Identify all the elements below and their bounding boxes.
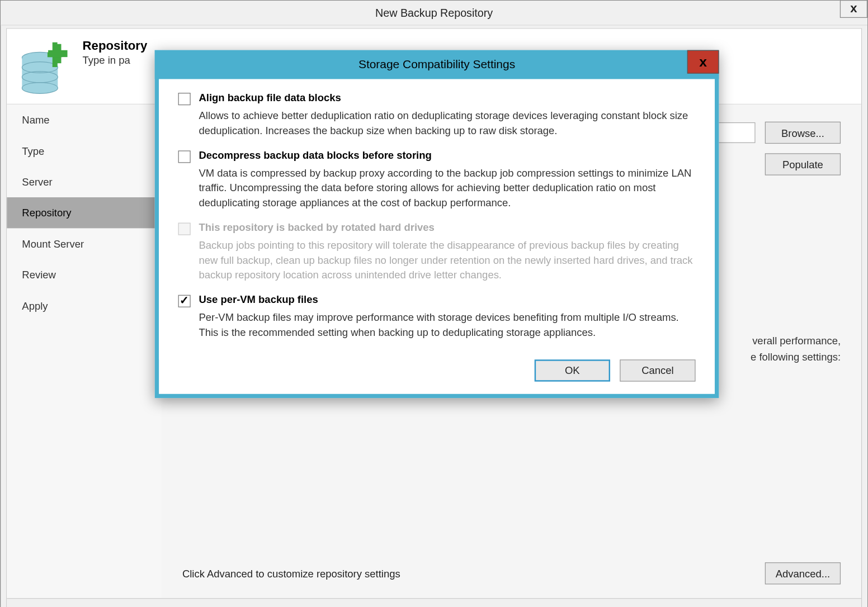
checkbox-rotated-drives	[178, 222, 191, 235]
storage-compatibility-dialog: Storage Compatibility Settings x Align b…	[155, 50, 719, 398]
desc-rotated-drives: Backup jobs pointing to this repository …	[199, 238, 695, 282]
window-title-bar: New Backup Repository x	[1, 1, 867, 25]
nav-item-review[interactable]: Review	[7, 259, 162, 290]
repository-icon	[17, 41, 72, 96]
browse-button[interactable]: Browse...	[765, 122, 841, 144]
advanced-hint: Click Advanced to customize repository s…	[182, 567, 400, 579]
checkbox-align-blocks[interactable]	[178, 93, 191, 105]
desc-decompress: VM data is compressed by backup proxy ac…	[199, 165, 695, 210]
desc-per-vm: Per-VM backup files may improve performa…	[199, 310, 695, 340]
window-close-button[interactable]: x	[840, 0, 867, 18]
dialog-title: Storage Compatibility Settings	[358, 58, 515, 70]
dialog-body: Align backup file data blocks Allows to …	[159, 79, 715, 359]
nav-item-apply[interactable]: Apply	[7, 290, 162, 321]
label-per-vm: Use per-VM backup files	[199, 293, 318, 305]
dialog-footer: OK Cancel	[159, 359, 715, 394]
dialog-title-bar: Storage Compatibility Settings x	[155, 50, 719, 79]
window-title: New Backup Repository	[375, 7, 493, 18]
dialog-close-button[interactable]: x	[687, 50, 719, 74]
populate-button[interactable]: Populate	[765, 153, 841, 175]
ok-button[interactable]: OK	[535, 359, 610, 381]
nav-item-server[interactable]: Server	[7, 167, 162, 197]
option-per-vm: Use per-VM backup files Per-VM backup fi…	[178, 293, 696, 340]
desc-align-blocks: Allows to achieve better deduplication r…	[199, 108, 695, 138]
label-decompress: Decompress backup data blocks before sto…	[199, 149, 431, 160]
nav-item-type[interactable]: Type	[7, 135, 162, 166]
dialog-cancel-button[interactable]: Cancel	[620, 359, 695, 381]
option-rotated-drives: This repository is backed by rotated har…	[178, 221, 696, 283]
advanced-button[interactable]: Advanced...	[765, 562, 841, 584]
checkbox-per-vm[interactable]	[178, 295, 191, 307]
svg-point-2	[22, 83, 58, 94]
wizard-footer: < Previous Next > Finish Cancel	[7, 598, 861, 607]
nav-item-name[interactable]: Name	[7, 105, 162, 135]
nav-item-repository[interactable]: Repository	[7, 197, 162, 228]
nav-item-mount-server[interactable]: Mount Server	[7, 228, 162, 259]
label-align-blocks: Align backup file data blocks	[199, 92, 341, 103]
svg-rect-6	[48, 50, 67, 57]
option-align-blocks: Align backup file data blocks Allows to …	[178, 92, 696, 138]
wizard-nav: Name Type Server Repository Mount Server…	[7, 105, 162, 598]
checkbox-decompress[interactable]	[178, 150, 191, 163]
label-rotated-drives: This repository is backed by rotated har…	[199, 221, 434, 233]
option-decompress: Decompress backup data blocks before sto…	[178, 149, 696, 210]
